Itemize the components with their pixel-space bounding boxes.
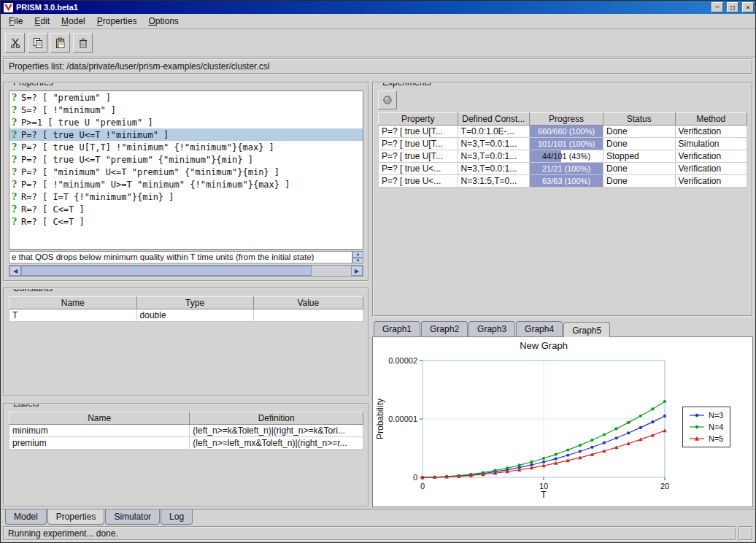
svg-text:20: 20 (660, 482, 669, 490)
label-row[interactable]: premium (left_n>=left_mx&Toleft_n)|(righ… (9, 437, 363, 450)
delete-button[interactable] (73, 33, 93, 53)
title-bar[interactable]: PRISM 3.0.beta1 ─ □ × (1, 1, 755, 14)
properties-list-path: Properties list: /data/private/luser/pri… (3, 58, 753, 74)
menu-file[interactable]: File (4, 14, 28, 28)
cut-icon (9, 37, 21, 49)
column-header[interactable]: Progress (530, 113, 603, 126)
tab-graph3[interactable]: Graph3 (468, 321, 515, 336)
label-definition: (left_n>=left_mx&Toleft_n)|(right_n>=r..… (190, 437, 363, 450)
experiment-status: Done (603, 163, 675, 175)
experiment-row[interactable]: P=? [ true U[T... N=3,T=0.0:1... 101/101… (379, 138, 747, 150)
experiment-row[interactable]: P=? [ true U[T... T=0.0:1.0E-... 660/660… (379, 126, 747, 138)
column-header[interactable]: Name (9, 297, 137, 309)
main-area: Properties ?S=? [ "premium" ] ?S=? [ !"m… (1, 76, 755, 509)
scroll-left-icon[interactable]: ◀ (9, 266, 21, 276)
tab-log[interactable]: Log (161, 509, 193, 525)
column-header[interactable]: Status (603, 113, 675, 126)
constant-value[interactable] (253, 309, 363, 322)
question-icon: ? (12, 130, 17, 140)
property-text: R=? [ C<=T ] (21, 217, 85, 227)
property-item[interactable]: ?P>=1 [ true U "premium" ] (9, 116, 363, 128)
constant-row[interactable]: T double (9, 309, 363, 322)
tab-graph1[interactable]: Graph1 (374, 321, 420, 336)
label-row[interactable]: minimum (left_n>=k&Toleft_n)|(right_n>=k… (9, 425, 363, 437)
svg-text:Probability: Probability (375, 398, 385, 439)
stop-experiment-button[interactable] (378, 90, 397, 109)
progress-bar: 660/660 (100%) (530, 126, 603, 138)
column-header[interactable]: Property (379, 113, 458, 126)
minimize-icon[interactable]: ─ (711, 2, 723, 12)
tab-graph2[interactable]: Graph2 (421, 321, 468, 336)
scroll-right-icon[interactable]: ▶ (351, 266, 363, 276)
property-item[interactable]: ?R=? [ C<=T ] (9, 215, 363, 228)
property-text: P=? [ !"minimum" U>=T "minimum" {!"minim… (21, 180, 290, 190)
label-definition: (left_n>=k&Toleft_n)|(right_n>=k&Tori... (190, 425, 363, 437)
property-item[interactable]: ?P=? [ true U[T,T] !"minimum" {!"minimum… (9, 141, 363, 153)
tab-simulator[interactable]: Simulator (105, 509, 160, 525)
column-header[interactable]: Defined Const... (458, 113, 529, 126)
question-icon: ? (12, 204, 17, 215)
svg-text:0: 0 (413, 473, 417, 482)
column-header[interactable]: Type (136, 297, 253, 309)
copy-button[interactable] (28, 33, 47, 53)
cut-button[interactable] (5, 33, 25, 53)
left-column: Properties ?S=? [ "premium" ] ?S=? [ !"m… (3, 76, 369, 509)
property-item[interactable]: ?S=? [ "premium" ] (9, 91, 363, 104)
scrollbar-track[interactable] (21, 266, 351, 276)
graph-panel: New Graph 0102000.000010.00002TProbabili… (372, 336, 753, 507)
constants-panel: Constants Name Type Value T double (3, 288, 369, 397)
progress-text: 21/21 (100%) (542, 164, 590, 173)
experiment-status: Done (603, 138, 675, 150)
properties-panel: Properties ?S=? [ "premium" ] ?S=? [ !"m… (3, 82, 369, 282)
progress-text: 101/101 (100%) (538, 139, 595, 148)
tab-graph4[interactable]: Graph4 (516, 321, 563, 336)
property-text: P>=1 [ true U "premium" ] (21, 118, 153, 128)
scrollbar-thumb[interactable] (21, 266, 312, 276)
properties-list[interactable]: ?S=? [ "premium" ] ?S=? [ !"minimum" ] ?… (9, 90, 363, 250)
tab-properties[interactable]: Properties (47, 509, 105, 525)
copy-icon (32, 37, 44, 49)
progress-bar: 21/21 (100%) (530, 163, 603, 175)
chart-legend: N=3N=4N=5 (682, 407, 730, 447)
menu-model[interactable]: Model (56, 14, 90, 28)
paste-icon (55, 37, 66, 49)
scroll-up-icon[interactable]: ▲ (352, 251, 363, 258)
menu-properties[interactable]: Properties (92, 14, 142, 28)
chart-area: 0102000.000010.00002TProbability N=3N=4N… (374, 355, 751, 499)
tool-bar (1, 29, 755, 57)
menu-edit[interactable]: Edit (29, 14, 55, 28)
main-tabs: Model Properties Simulator Log (1, 509, 755, 525)
property-item[interactable]: ?R=? [ C<=T ] (9, 203, 363, 215)
property-item[interactable]: ?R=? [ I=T {!"minimum"}{min} ] (9, 190, 363, 203)
property-item[interactable]: ?P=? [ true U<=T "premium" {"minimum"}{m… (9, 153, 363, 166)
column-header[interactable]: Method (675, 113, 747, 126)
question-icon: ? (12, 142, 17, 153)
question-icon: ? (12, 192, 17, 202)
window-title: PRISM 3.0.beta1 (16, 3, 708, 12)
tab-model[interactable]: Model (5, 509, 47, 525)
property-comment-row: e that QOS drops below minimum quality w… (9, 251, 363, 263)
property-item[interactable]: ?P=? [ !"minimum" U>=T "minimum" {!"mini… (9, 178, 363, 190)
property-item[interactable]: ?S=? [ !"minimum" ] (9, 104, 363, 116)
close-icon[interactable]: × (742, 2, 754, 12)
question-icon: ? (12, 167, 17, 177)
experiment-row[interactable]: P=? [ true U<... N=3:1:5,T=0... 63/63 (1… (379, 175, 747, 188)
column-header[interactable]: Name (9, 412, 190, 425)
paste-button[interactable] (50, 33, 70, 53)
horizontal-scrollbar[interactable]: ◀ ▶ (9, 265, 363, 277)
column-header[interactable]: Value (253, 297, 363, 309)
legend-label: N=4 (709, 423, 724, 431)
property-item-selected[interactable]: ?P=? [ true U<=T !"minimum" ] (9, 128, 363, 141)
experiment-status: Done (603, 126, 675, 138)
menu-options[interactable]: Options (143, 14, 183, 28)
scroll-down-icon[interactable]: ▼ (352, 258, 363, 264)
tab-graph5[interactable]: Graph5 (563, 322, 610, 337)
column-header[interactable]: Definition (190, 412, 363, 425)
experiment-row[interactable]: P=? [ true U<... N=3,T=0.0:1... 21/21 (1… (379, 163, 747, 175)
experiment-row[interactable]: P=? [ true U[T... N=3,T=0.0:1... 44/101 … (379, 150, 747, 163)
maximize-icon[interactable]: □ (727, 2, 738, 12)
experiment-status: Stopped (603, 150, 675, 163)
resize-grip[interactable] (738, 526, 753, 541)
property-item[interactable]: ?P=? [ "minimum" U<=T "premium" {"minimu… (9, 166, 363, 178)
labels-panel: Labels Name Definition minimum (left_n>=… (3, 403, 369, 507)
